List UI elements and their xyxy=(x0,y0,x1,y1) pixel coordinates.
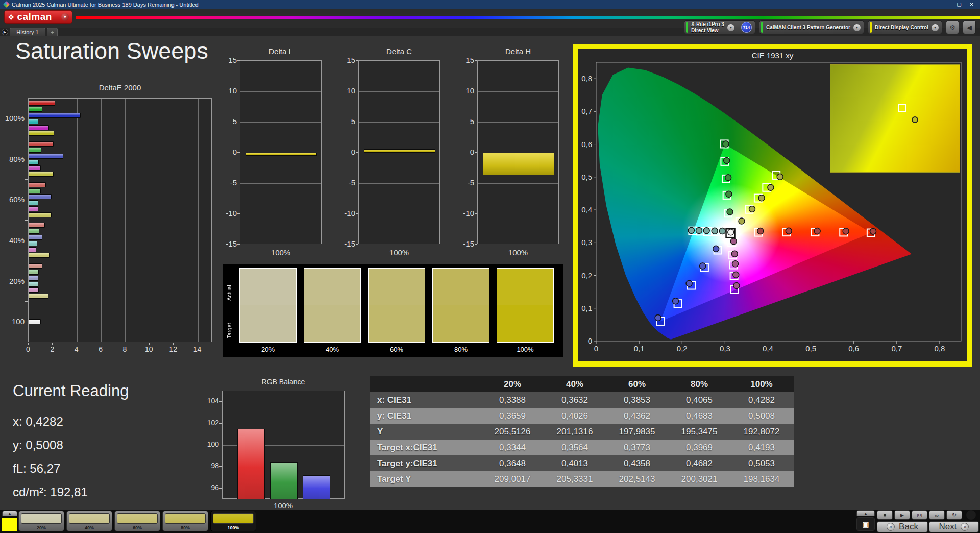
svg-text:0,3: 0,3 xyxy=(581,238,592,247)
table-row: Y205,5126201,1316197,9835195,3475192,807… xyxy=(370,424,794,440)
deltae-bar-red xyxy=(29,101,55,106)
pattern-button-80%[interactable]: 80% xyxy=(162,511,208,531)
maximize-icon[interactable]: ▢ xyxy=(957,2,961,7)
triangle-up-icon: ▲ xyxy=(864,512,868,515)
rgb-x-label: 100% xyxy=(222,501,345,510)
transport-expand-button[interactable]: ▲ xyxy=(856,510,875,516)
deltae-x-tick: 2 xyxy=(44,345,60,353)
deltaL-y-tick: 10 xyxy=(216,86,237,95)
deltaH-y-tick: 0 xyxy=(454,148,474,156)
measured-point-cyan xyxy=(719,228,725,234)
pattern-button-100%[interactable]: 100% xyxy=(210,511,256,531)
measured-point-green xyxy=(725,175,731,181)
deltae2000-title: DeltaE 2000 xyxy=(8,83,232,92)
deltaL-y-tick: -10 xyxy=(216,209,237,217)
meter-dropdown-icon[interactable]: ▼ xyxy=(727,24,734,31)
calman-menu-button[interactable]: ❖ calman ▼ xyxy=(4,10,72,24)
swatch-pair-100% xyxy=(497,268,554,343)
measured-point-green xyxy=(724,157,730,163)
source-dropdown-icon[interactable]: ▼ xyxy=(853,24,861,31)
back-button[interactable]: « Back xyxy=(877,521,928,532)
svg-text:0,8: 0,8 xyxy=(581,74,592,83)
meter-status-bar xyxy=(686,22,688,33)
next-button[interactable]: Next » xyxy=(929,521,979,532)
rgb-bar-red xyxy=(237,429,265,499)
cie-1931-panel: CIE 1931 xy 00,10,20,30,40,50,60,70,800,… xyxy=(573,44,972,367)
swatch-level-label: 80% xyxy=(432,346,489,353)
deltae-bar-blue xyxy=(29,276,38,281)
settings-button[interactable]: ⚙ xyxy=(946,20,959,34)
deltae2000-plot xyxy=(28,98,212,342)
minimize-icon[interactable]: — xyxy=(943,2,948,7)
deltaL-x-label: 100% xyxy=(240,248,322,257)
rgb-y-tick: 96 xyxy=(201,483,219,492)
pattern-preview-swatch[interactable] xyxy=(2,518,17,531)
meter-bar: X-Rite i1Pro 3Direct View ▼ 714 CalMAN C… xyxy=(684,20,976,34)
measured-point-red xyxy=(870,228,876,234)
current-reading-line: fL: 56,27 xyxy=(13,462,60,476)
rgb-bar-blue xyxy=(303,475,330,499)
continuous-measure-button[interactable]: ∞ xyxy=(929,510,945,520)
deltae-bar-magenta xyxy=(29,287,39,293)
measured-point-blue xyxy=(700,263,706,269)
tab-nav-arrow[interactable]: ▶ xyxy=(2,29,8,35)
close-icon[interactable]: ✕ xyxy=(970,2,974,7)
table-cell: 0,3564 xyxy=(544,443,606,453)
swatch-level-label: 40% xyxy=(304,346,361,353)
brand-dropdown-icon[interactable]: ▼ xyxy=(61,13,69,21)
measured-point-yellow xyxy=(777,174,783,180)
display-dropdown-icon[interactable]: ▼ xyxy=(932,24,939,31)
measured-point-magenta xyxy=(732,261,739,267)
source-dropdown[interactable]: CalMAN Client 3 Pattern Generator ▼ xyxy=(759,20,864,34)
status-dot xyxy=(966,510,976,520)
display-control-dropdown[interactable]: Direct Display Control ▼ xyxy=(868,20,942,34)
deltae-bar-blue xyxy=(29,194,52,199)
target-swatch xyxy=(497,305,553,342)
table-cell: 205,3331 xyxy=(544,474,606,484)
swatch-level-label: 60% xyxy=(368,346,425,353)
table-row-label: Target x:CIE31 xyxy=(370,443,481,453)
table-cell: 205,5126 xyxy=(481,427,544,437)
table-cell: 0,4682 xyxy=(668,458,730,469)
deltae-bar-green xyxy=(29,270,39,275)
pattern-button-40%[interactable]: 40% xyxy=(66,511,112,531)
deltaC-y-tick: 0 xyxy=(335,148,355,156)
pattern-window-toggle-button[interactable]: ▣ xyxy=(856,517,875,531)
measured-point-cyan xyxy=(712,228,718,234)
add-tab-button[interactable]: + xyxy=(47,28,58,36)
play-button[interactable]: ▶ xyxy=(894,510,910,520)
svg-text:0,2: 0,2 xyxy=(581,271,592,280)
deltae-bar-green xyxy=(29,229,39,234)
deltaH-y-tick: 10 xyxy=(454,86,474,95)
pattern-button-20%[interactable]: 20% xyxy=(18,511,64,531)
measured-point-magenta xyxy=(733,272,739,278)
deltaC-bar xyxy=(364,149,435,153)
actual-swatch xyxy=(497,269,553,305)
measured-point-yellow xyxy=(758,195,765,201)
stop-button[interactable]: ■ xyxy=(877,510,893,520)
tab-history-1[interactable]: History 1 xyxy=(10,28,45,36)
triangle-up-icon: ▲ xyxy=(8,512,12,515)
meter-dropdown[interactable]: X-Rite i1Pro 3Direct View ▼ 714 xyxy=(684,20,755,34)
collapse-panel-button[interactable]: ◀ xyxy=(963,20,976,34)
table-cell: 200,3021 xyxy=(668,474,730,484)
measured-point-blue xyxy=(686,280,692,286)
table-cell: 0,4065 xyxy=(668,395,730,405)
add-tab-icon: + xyxy=(51,29,54,35)
deltaL-title: Delta L xyxy=(230,47,332,56)
deltaH-y-tick: 5 xyxy=(454,117,474,126)
table-cell: 0,4683 xyxy=(668,411,730,421)
back-arrow-icon: « xyxy=(887,523,895,531)
measured-point-red xyxy=(757,228,764,234)
table-row-label: y: CIE31 xyxy=(370,411,481,421)
table-cell: 192,8072 xyxy=(730,427,793,437)
table-cell: 0,3344 xyxy=(481,443,544,453)
single-measure-button[interactable]: [H] xyxy=(912,510,927,520)
deltae-bar-cyan xyxy=(29,200,38,205)
pattern-button-60%[interactable]: 60% xyxy=(114,511,160,531)
table-cell: 0,5053 xyxy=(730,458,793,469)
refresh-button[interactable]: ↻ xyxy=(946,510,962,520)
svg-text:0,8: 0,8 xyxy=(935,344,945,353)
table-cell: 0,3773 xyxy=(606,443,668,453)
preview-expand-button[interactable]: ▲ xyxy=(2,511,17,516)
